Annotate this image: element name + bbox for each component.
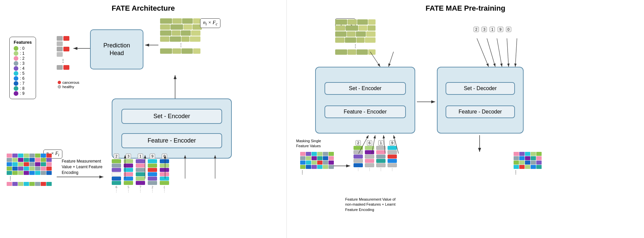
right-set-decoder-box: Set - Decoder xyxy=(446,82,515,95)
legend-label-7: : 7 xyxy=(20,81,24,86)
brick xyxy=(160,24,170,30)
arrow-enc-to-bricks xyxy=(172,73,178,100)
enc-col-label-3: 9 xyxy=(150,154,155,159)
svg-line-19 xyxy=(487,38,495,67)
output-block-2 xyxy=(57,41,69,46)
output-cell xyxy=(57,41,63,46)
right-title: FATE MAE Pre-training xyxy=(287,0,644,13)
feature-encoder-label-left: Feature - Encoder xyxy=(147,137,196,144)
legend-item-7: : 7 xyxy=(14,81,32,86)
brick xyxy=(160,36,169,42)
output-cell xyxy=(57,52,63,57)
output-grid-row xyxy=(514,156,542,160)
enc-col-label-4: 0 xyxy=(162,154,167,159)
encoder-box-left: Set - Encoder Feature - Encoder xyxy=(112,98,232,159)
masked-enc-col-3: 9 ⋮ xyxy=(388,140,397,171)
brick xyxy=(191,30,200,36)
svg-line-20 xyxy=(497,38,502,67)
right-decoder-box: Set - Decoder Feature - Decoder xyxy=(437,67,524,134)
feature-encoder-box-left: Feature - Encoder xyxy=(121,133,222,148)
legend-dot-2 xyxy=(14,56,18,61)
arrow-bricks-to-pred xyxy=(143,42,160,48)
legend-label-3: : 3 xyxy=(20,61,24,66)
brick xyxy=(170,36,181,42)
legend-dot-9 xyxy=(14,91,18,96)
healthy-dot xyxy=(58,85,61,88)
brick xyxy=(193,18,200,24)
brick-row xyxy=(335,49,376,55)
legend-dot-8 xyxy=(14,86,18,91)
enc-col-label-1: 3 xyxy=(126,154,131,159)
enc-col-label-0: 2 xyxy=(114,154,119,159)
legend-dot-6 xyxy=(14,76,18,81)
masked-grid-row xyxy=(300,165,334,169)
enc-col-0: 2 6 ⋮ xyxy=(112,154,121,193)
enc-col-label-2: 1 xyxy=(138,154,143,159)
brick-row-4 xyxy=(160,36,202,42)
index-label-3: 3 xyxy=(482,27,487,32)
brick xyxy=(182,18,193,24)
masked-grid-row xyxy=(300,156,334,160)
masked-enc-col-1: 6 ⋮ xyxy=(365,140,374,171)
legend-item-0: : 0 xyxy=(14,46,32,51)
legend-label-1: : 1 xyxy=(20,51,24,56)
feature-measurement-text: Feature Measurement Value + Learnt Featu… xyxy=(62,159,102,175)
legend-dot-4 xyxy=(14,66,18,71)
legend-item-4: : 4 xyxy=(14,66,32,71)
set-encoder-box-left: Set - Encoder xyxy=(121,109,222,124)
output-cell xyxy=(57,36,63,41)
output-cell xyxy=(57,65,63,70)
legend-dot-5 xyxy=(14,71,18,76)
brick xyxy=(160,18,172,24)
output-column: ⋮ xyxy=(57,36,69,70)
brick xyxy=(172,18,182,24)
index-label-2: 2 xyxy=(474,27,479,32)
brick-row-1 xyxy=(160,18,202,24)
right-set-decoder-label: Set - Decoder xyxy=(464,85,497,91)
left-title: FATE Architecture xyxy=(0,0,286,13)
legend-item-8: : 8 xyxy=(14,86,32,91)
masked-grid-row xyxy=(300,152,334,156)
output-grid-row xyxy=(514,152,542,156)
masked-grid-dots: ⋮ xyxy=(300,170,334,175)
enc-col-2: 1 7 ⋮ xyxy=(136,154,145,193)
output-cell-red xyxy=(63,65,69,70)
output-cell-red xyxy=(63,47,69,51)
output-dots: ⋮ xyxy=(57,58,69,64)
brick xyxy=(160,48,172,54)
class-legend: cancerous healthy xyxy=(58,80,79,89)
prediction-head-box: Prediction Head xyxy=(90,29,143,69)
legend-title: Features xyxy=(14,40,32,45)
left-diagram: FATE Architecture Features : 0 : 1 : 2 :… xyxy=(0,0,287,238)
right-bricks-dots: ⋮ xyxy=(335,43,376,49)
masked-idx-3: 9 xyxy=(390,140,395,146)
brick-row-2 xyxy=(160,24,202,30)
index-labels-top: 2 3 1 9 0 xyxy=(474,27,511,32)
enc-col-4: 0 ( ⋮ xyxy=(160,154,169,193)
grid-row xyxy=(7,171,52,175)
masked-grid: ⋮ xyxy=(300,152,334,176)
output-grid-dots: ⋮ xyxy=(514,170,542,175)
output-cell xyxy=(57,47,63,51)
right-feature-decoder-box: Feature - Decoder xyxy=(446,105,515,118)
brick xyxy=(172,48,181,54)
legend-dot-0 xyxy=(14,46,18,51)
brick xyxy=(181,48,193,54)
right-set-encoder-box: Set - Encoder xyxy=(325,82,406,95)
legend-label-9: : 9 xyxy=(20,91,24,96)
bricks-dots: ⋮ xyxy=(160,42,202,48)
right-feature-encoder-label: Feature - Encoder xyxy=(344,109,387,114)
output-block-1 xyxy=(57,36,69,41)
main-container: FATE Architecture Features : 0 : 1 : 2 :… xyxy=(0,0,644,238)
legend-item-9: : 9 xyxy=(14,91,32,96)
index-label-0: 0 xyxy=(506,27,511,32)
brick xyxy=(170,24,183,30)
index-label-1: 1 xyxy=(490,27,495,32)
non-masked-text: Feature Measurement Value of non-masked … xyxy=(345,197,396,212)
masked-idx-0: 2 xyxy=(356,140,361,146)
stacked-bricks: ⋮ xyxy=(160,18,202,54)
arrow-dec-to-output xyxy=(476,134,483,154)
output-block-4 xyxy=(57,52,69,57)
masked-grid-row xyxy=(300,161,334,165)
masking-text: Masking Single Feature Values xyxy=(296,139,321,149)
